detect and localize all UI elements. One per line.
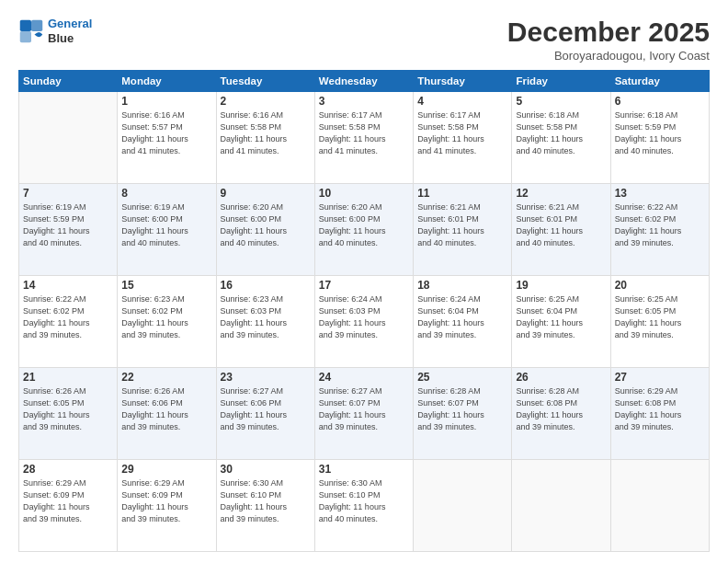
calendar-week-row: 7Sunrise: 6:19 AM Sunset: 5:59 PM Daylig… [19, 184, 710, 276]
day-info: Sunrise: 6:24 AM Sunset: 6:03 PM Dayligh… [319, 293, 409, 341]
calendar-header-thursday: Thursday [414, 71, 512, 92]
calendar-cell [19, 92, 118, 184]
day-number: 14 [23, 279, 113, 292]
calendar-cell: 3Sunrise: 6:17 AM Sunset: 5:58 PM Daylig… [314, 92, 413, 184]
day-info: Sunrise: 6:18 AM Sunset: 5:59 PM Dayligh… [615, 109, 705, 157]
day-info: Sunrise: 6:23 AM Sunset: 6:03 PM Dayligh… [221, 293, 311, 341]
day-number: 13 [615, 187, 705, 200]
calendar-cell: 18Sunrise: 6:24 AM Sunset: 6:04 PM Dayli… [414, 276, 512, 368]
calendar-header-wednesday: Wednesday [314, 71, 413, 92]
calendar-cell: 12Sunrise: 6:21 AM Sunset: 6:01 PM Dayli… [512, 184, 610, 276]
day-info: Sunrise: 6:26 AM Sunset: 6:06 PM Dayligh… [121, 385, 211, 433]
calendar-cell: 5Sunrise: 6:18 AM Sunset: 5:58 PM Daylig… [512, 92, 610, 184]
day-info: Sunrise: 6:25 AM Sunset: 6:05 PM Dayligh… [615, 293, 705, 341]
day-info: Sunrise: 6:28 AM Sunset: 6:08 PM Dayligh… [516, 385, 606, 433]
page: General Blue December 2025 Boroyaradougo… [0, 0, 728, 563]
day-info: Sunrise: 6:29 AM Sunset: 6:09 PM Dayligh… [121, 477, 211, 525]
day-number: 12 [516, 187, 606, 200]
logo-icon [18, 18, 44, 44]
day-info: Sunrise: 6:23 AM Sunset: 6:02 PM Dayligh… [121, 293, 211, 341]
calendar-cell: 24Sunrise: 6:27 AM Sunset: 6:07 PM Dayli… [314, 368, 413, 460]
day-info: Sunrise: 6:26 AM Sunset: 6:05 PM Dayligh… [23, 385, 113, 433]
day-info: Sunrise: 6:19 AM Sunset: 6:00 PM Dayligh… [121, 201, 211, 249]
day-number: 19 [516, 279, 606, 292]
day-number: 29 [121, 463, 211, 476]
calendar-header-friday: Friday [512, 71, 610, 92]
calendar-cell: 29Sunrise: 6:29 AM Sunset: 6:09 PM Dayli… [118, 460, 216, 552]
logo: General Blue [18, 17, 92, 45]
day-number: 1 [121, 95, 211, 108]
day-number: 15 [121, 279, 211, 292]
day-info: Sunrise: 6:17 AM Sunset: 5:58 PM Dayligh… [417, 109, 507, 157]
day-number: 27 [615, 371, 705, 384]
calendar-cell: 9Sunrise: 6:20 AM Sunset: 6:00 PM Daylig… [216, 184, 314, 276]
calendar-cell: 4Sunrise: 6:17 AM Sunset: 5:58 PM Daylig… [414, 92, 512, 184]
day-info: Sunrise: 6:22 AM Sunset: 6:02 PM Dayligh… [23, 293, 113, 341]
day-info: Sunrise: 6:30 AM Sunset: 6:10 PM Dayligh… [221, 477, 311, 525]
day-number: 20 [615, 279, 705, 292]
svg-rect-0 [20, 19, 31, 30]
day-number: 31 [319, 463, 409, 476]
svg-rect-1 [31, 19, 42, 30]
calendar-cell: 17Sunrise: 6:24 AM Sunset: 6:03 PM Dayli… [314, 276, 413, 368]
calendar-cell [512, 460, 610, 552]
calendar-cell [610, 460, 709, 552]
month-title: December 2025 [507, 17, 710, 47]
calendar-cell: 10Sunrise: 6:20 AM Sunset: 6:00 PM Dayli… [314, 184, 413, 276]
day-info: Sunrise: 6:20 AM Sunset: 6:00 PM Dayligh… [319, 201, 409, 249]
calendar-cell: 1Sunrise: 6:16 AM Sunset: 5:57 PM Daylig… [118, 92, 216, 184]
calendar-cell: 2Sunrise: 6:16 AM Sunset: 5:58 PM Daylig… [216, 92, 314, 184]
calendar-cell: 28Sunrise: 6:29 AM Sunset: 6:09 PM Dayli… [19, 460, 118, 552]
day-info: Sunrise: 6:30 AM Sunset: 6:10 PM Dayligh… [319, 477, 409, 525]
calendar-header-tuesday: Tuesday [216, 71, 314, 92]
day-number: 4 [417, 95, 507, 108]
calendar: SundayMondayTuesdayWednesdayThursdayFrid… [18, 70, 710, 552]
calendar-cell: 16Sunrise: 6:23 AM Sunset: 6:03 PM Dayli… [216, 276, 314, 368]
day-number: 2 [221, 95, 311, 108]
calendar-cell: 27Sunrise: 6:29 AM Sunset: 6:08 PM Dayli… [610, 368, 709, 460]
calendar-week-row: 14Sunrise: 6:22 AM Sunset: 6:02 PM Dayli… [19, 276, 710, 368]
day-number: 16 [221, 279, 311, 292]
day-number: 5 [516, 95, 606, 108]
calendar-header-monday: Monday [118, 71, 216, 92]
calendar-cell: 7Sunrise: 6:19 AM Sunset: 5:59 PM Daylig… [19, 184, 118, 276]
calendar-cell: 15Sunrise: 6:23 AM Sunset: 6:02 PM Dayli… [118, 276, 216, 368]
calendar-cell: 22Sunrise: 6:26 AM Sunset: 6:06 PM Dayli… [118, 368, 216, 460]
day-info: Sunrise: 6:19 AM Sunset: 5:59 PM Dayligh… [23, 201, 113, 249]
day-info: Sunrise: 6:24 AM Sunset: 6:04 PM Dayligh… [417, 293, 507, 341]
calendar-header-saturday: Saturday [610, 71, 709, 92]
calendar-cell: 21Sunrise: 6:26 AM Sunset: 6:05 PM Dayli… [19, 368, 118, 460]
calendar-cell: 13Sunrise: 6:22 AM Sunset: 6:02 PM Dayli… [610, 184, 709, 276]
day-info: Sunrise: 6:18 AM Sunset: 5:58 PM Dayligh… [516, 109, 606, 157]
day-info: Sunrise: 6:16 AM Sunset: 5:57 PM Dayligh… [121, 109, 211, 157]
svg-rect-2 [20, 31, 31, 42]
calendar-cell: 14Sunrise: 6:22 AM Sunset: 6:02 PM Dayli… [19, 276, 118, 368]
calendar-cell: 26Sunrise: 6:28 AM Sunset: 6:08 PM Dayli… [512, 368, 610, 460]
day-info: Sunrise: 6:20 AM Sunset: 6:00 PM Dayligh… [221, 201, 311, 249]
calendar-cell: 31Sunrise: 6:30 AM Sunset: 6:10 PM Dayli… [314, 460, 413, 552]
day-number: 9 [221, 187, 311, 200]
calendar-cell: 8Sunrise: 6:19 AM Sunset: 6:00 PM Daylig… [118, 184, 216, 276]
location: Boroyaradougou, Ivory Coast [507, 49, 710, 63]
day-number: 11 [417, 187, 507, 200]
calendar-cell: 19Sunrise: 6:25 AM Sunset: 6:04 PM Dayli… [512, 276, 610, 368]
day-info: Sunrise: 6:21 AM Sunset: 6:01 PM Dayligh… [417, 201, 507, 249]
day-number: 24 [319, 371, 409, 384]
day-info: Sunrise: 6:17 AM Sunset: 5:58 PM Dayligh… [319, 109, 409, 157]
calendar-cell: 25Sunrise: 6:28 AM Sunset: 6:07 PM Dayli… [414, 368, 512, 460]
calendar-cell: 23Sunrise: 6:27 AM Sunset: 6:06 PM Dayli… [216, 368, 314, 460]
day-number: 22 [121, 371, 211, 384]
day-info: Sunrise: 6:27 AM Sunset: 6:07 PM Dayligh… [319, 385, 409, 433]
day-number: 8 [121, 187, 211, 200]
logo-text: General Blue [48, 17, 92, 45]
day-info: Sunrise: 6:22 AM Sunset: 6:02 PM Dayligh… [615, 201, 705, 249]
day-number: 17 [319, 279, 409, 292]
calendar-cell: 20Sunrise: 6:25 AM Sunset: 6:05 PM Dayli… [610, 276, 709, 368]
day-number: 21 [23, 371, 113, 384]
day-number: 25 [417, 371, 507, 384]
day-number: 28 [23, 463, 113, 476]
day-info: Sunrise: 6:29 AM Sunset: 6:09 PM Dayligh… [23, 477, 113, 525]
header: General Blue December 2025 Boroyaradougo… [18, 17, 710, 63]
day-info: Sunrise: 6:29 AM Sunset: 6:08 PM Dayligh… [615, 385, 705, 433]
calendar-header-row: SundayMondayTuesdayWednesdayThursdayFrid… [19, 71, 710, 92]
